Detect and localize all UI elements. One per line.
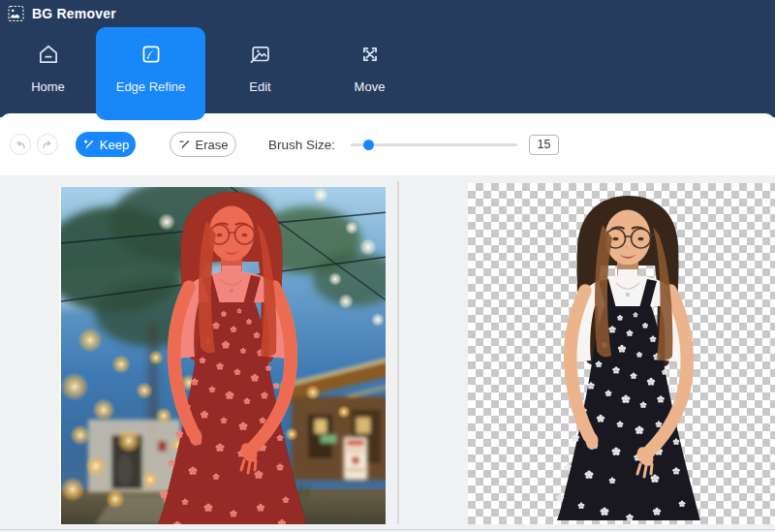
brush-minus-icon bbox=[178, 139, 191, 151]
app-chrome: BG Remover Home Edge Refine bbox=[0, 0, 775, 117]
brush-size-label: Brush Size: bbox=[268, 138, 335, 152]
redo-button[interactable] bbox=[37, 134, 58, 155]
tab-home-label: Home bbox=[31, 79, 65, 94]
cutout-result-image bbox=[468, 183, 775, 520]
app-logo-icon bbox=[8, 5, 25, 22]
subject-figure bbox=[550, 196, 705, 520]
panel-divider bbox=[397, 181, 399, 524]
keep-button[interactable]: Keep bbox=[76, 132, 136, 157]
tab-edit[interactable]: Edit bbox=[205, 27, 315, 120]
slider-track[interactable] bbox=[351, 143, 517, 146]
brush-size-slider[interactable] bbox=[351, 138, 517, 151]
main-nav: Home Edge Refine Edit bbox=[0, 27, 775, 117]
slider-thumb[interactable] bbox=[363, 140, 374, 150]
refine-toolbar: Keep Erase Brush Size: bbox=[0, 113, 775, 175]
tab-move-label: Move bbox=[355, 79, 386, 94]
pen-square-icon bbox=[139, 42, 164, 67]
house-icon bbox=[36, 42, 61, 67]
tab-move[interactable]: Move bbox=[315, 27, 424, 120]
editor-content bbox=[0, 175, 775, 532]
redo-arrow-icon bbox=[41, 138, 54, 151]
tab-edit-label: Edit bbox=[249, 79, 270, 94]
expand-arrows-icon bbox=[357, 42, 383, 67]
brush-size-input[interactable] bbox=[529, 135, 559, 155]
image-edit-icon bbox=[248, 42, 273, 67]
erase-button-label: Erase bbox=[196, 138, 229, 152]
tab-home[interactable]: Home bbox=[0, 27, 96, 120]
tab-edge-refine[interactable]: Edge Refine bbox=[96, 27, 205, 120]
result-preview-panel bbox=[468, 183, 775, 524]
tab-edge-refine-label: Edge Refine bbox=[116, 79, 186, 94]
undo-arrow-icon bbox=[14, 138, 27, 151]
keep-button-label: Keep bbox=[100, 138, 129, 152]
titlebar: BG Remover bbox=[0, 0, 775, 27]
original-photo-with-mask bbox=[61, 187, 386, 524]
erase-button[interactable]: Erase bbox=[170, 132, 236, 157]
app-title: BG Remover bbox=[32, 6, 116, 21]
mask-edit-canvas[interactable] bbox=[59, 187, 386, 524]
brush-plus-icon bbox=[82, 139, 95, 151]
undo-button[interactable] bbox=[10, 134, 31, 155]
